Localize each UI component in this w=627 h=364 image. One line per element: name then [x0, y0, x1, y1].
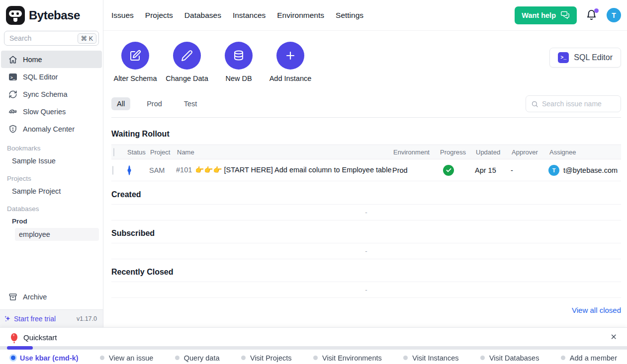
- table-header-row: Status Project Name Environment Progress…: [111, 145, 621, 159]
- step-visit-instances[interactable]: Visit Instances: [403, 354, 458, 362]
- brand-logo[interactable]: Bytebase: [0, 0, 103, 29]
- project-cell: SAM: [149, 166, 176, 174]
- sidebar-item-employee[interactable]: employee: [15, 228, 99, 241]
- status-open-icon: [128, 165, 130, 175]
- subscribed-empty-row: -: [111, 243, 621, 259]
- sparkles-icon: [4, 315, 12, 323]
- waiting-rollout-title: Waiting Rollout: [111, 130, 621, 139]
- terminal-icon: >_: [8, 72, 17, 81]
- main-area: Issues Projects Databases Instances Envi…: [103, 0, 627, 327]
- sidebar-item-sql-editor[interactable]: >_ SQL Editor: [1, 68, 102, 85]
- view-all-closed-link[interactable]: View all closed: [572, 306, 621, 314]
- home-content: Alter Schema Change Data New DB: [103, 31, 627, 327]
- version-label: v1.17.0: [77, 315, 97, 322]
- issue-search-input[interactable]: [542, 100, 616, 108]
- step-visit-projects[interactable]: Visit Projects: [241, 354, 292, 362]
- tab-test[interactable]: Test: [179, 97, 203, 110]
- step-add-a-member[interactable]: Add a member: [561, 354, 617, 362]
- balloon-icon: [11, 333, 17, 341]
- step-visit-environments[interactable]: Visit Environments: [313, 354, 382, 362]
- issue-search[interactable]: [526, 95, 621, 112]
- notification-dot: [594, 8, 599, 13]
- step-dot-icon: [11, 356, 15, 360]
- quickstart-bar: Quickstart ✕ Use kbar (cmd-k) View an is…: [0, 327, 627, 364]
- issue-row[interactable]: SAM #101👉👉👉 [START HERE] Add email colum…: [111, 159, 621, 181]
- search-icon: [531, 100, 538, 108]
- sidebar-item-sync-schema[interactable]: Sync Schema: [1, 85, 102, 103]
- sidebar: Bytebase ⌘ K Home >_ SQL Editor Sync Sch…: [0, 0, 103, 327]
- step-dot-icon: [175, 356, 179, 360]
- tab-prod[interactable]: Prod: [141, 97, 168, 110]
- col-approver: Approver: [511, 148, 548, 156]
- sidebar-item-slow-queries[interactable]: Slow Queries: [1, 103, 102, 120]
- nav-databases[interactable]: Databases: [184, 11, 221, 20]
- step-dot-icon: [480, 356, 485, 360]
- sidebar-item-anomaly-center[interactable]: Anomaly Center: [1, 120, 102, 138]
- sidebar-item-sample-project[interactable]: Sample Project: [0, 184, 103, 198]
- add-instance-label: Add Instance: [269, 74, 312, 82]
- select-all-checkbox[interactable]: [113, 148, 114, 156]
- quickstart-close-button[interactable]: ✕: [609, 332, 619, 342]
- recently-closed-title: Recently Closed: [111, 268, 621, 277]
- nav-settings[interactable]: Settings: [336, 11, 363, 20]
- nav-projects[interactable]: Projects: [145, 11, 173, 20]
- sidebar-item-archive[interactable]: Archive: [1, 288, 102, 305]
- new-db-button[interactable]: New DB: [215, 42, 263, 82]
- step-view-an-issue[interactable]: View an issue: [100, 354, 153, 362]
- sidebar-item-label: Archive: [23, 293, 47, 301]
- turtle-icon: [8, 107, 17, 116]
- sidebar-footer: Start free trial v1.17.0: [0, 309, 103, 327]
- svg-text:>_: >_: [10, 75, 15, 79]
- created-empty-row: -: [111, 204, 621, 220]
- step-dot-icon: [561, 356, 565, 360]
- bookmarks-heading: Bookmarks: [0, 138, 103, 154]
- col-updated: Updated: [475, 148, 511, 156]
- created-title: Created: [111, 190, 621, 199]
- issue-name-cell[interactable]: #101👉👉👉 [START HERE] Add email column to…: [176, 166, 392, 174]
- add-instance-button[interactable]: Add Instance: [267, 42, 314, 82]
- step-dot-icon: [241, 356, 246, 360]
- want-help-button[interactable]: Want help: [515, 6, 577, 24]
- tab-all[interactable]: All: [111, 97, 130, 110]
- change-data-button[interactable]: Change Data: [163, 42, 211, 82]
- top-bar: Issues Projects Databases Instances Envi…: [103, 0, 627, 31]
- edit-square-icon: [121, 42, 149, 70]
- sidebar-search[interactable]: ⌘ K: [4, 31, 99, 46]
- sql-editor-button[interactable]: >_ SQL Editor: [549, 48, 621, 68]
- chat-bubbles-icon: [560, 11, 570, 19]
- nav-issues[interactable]: Issues: [111, 11, 134, 20]
- nav-instances[interactable]: Instances: [233, 11, 266, 20]
- step-visit-databases[interactable]: Visit Databases: [480, 354, 539, 362]
- sidebar-item-prod[interactable]: Prod: [0, 215, 103, 228]
- assignee-email: t@bytebase.com: [563, 166, 618, 174]
- environment-cell: Prod: [392, 166, 439, 174]
- col-assignee: Assignee: [548, 148, 621, 156]
- sidebar-item-label: Home: [23, 56, 42, 64]
- home-icon: [8, 55, 17, 64]
- progress-done-icon: [443, 165, 454, 176]
- sidebar-item-sample-issue[interactable]: Sample Issue: [0, 154, 103, 168]
- user-avatar[interactable]: T: [607, 8, 621, 22]
- search-shortcut-badge: ⌘ K: [78, 33, 96, 44]
- start-free-trial-link[interactable]: Start free trial: [4, 315, 56, 323]
- top-nav: Issues Projects Databases Instances Envi…: [111, 11, 363, 20]
- quickstart-title: Quickstart: [23, 333, 57, 342]
- step-query-data[interactable]: Query data: [175, 354, 220, 362]
- trial-label: Start free trial: [14, 315, 56, 323]
- notifications-button[interactable]: [586, 9, 598, 21]
- sidebar-item-home[interactable]: Home: [1, 51, 102, 68]
- sql-editor-label: SQL Editor: [574, 53, 613, 62]
- quickstart-steps: Use kbar (cmd-k) View an issue Query dat…: [0, 350, 627, 364]
- step-use-kbar[interactable]: Use kbar (cmd-k): [11, 354, 79, 362]
- alter-schema-button[interactable]: Alter Schema: [111, 42, 159, 82]
- step-dot-icon: [403, 356, 408, 360]
- brand-name: Bytebase: [29, 8, 80, 22]
- approver-cell: -: [511, 166, 548, 174]
- quickstart-progress-track: [0, 346, 627, 350]
- col-environment: Environment: [392, 148, 439, 156]
- sidebar-search-input[interactable]: [9, 34, 78, 42]
- nav-environments[interactable]: Environments: [277, 11, 324, 20]
- waiting-rollout-table: Status Project Name Environment Progress…: [111, 145, 621, 181]
- row-checkbox[interactable]: [112, 166, 113, 175]
- projects-heading: Projects: [0, 168, 103, 184]
